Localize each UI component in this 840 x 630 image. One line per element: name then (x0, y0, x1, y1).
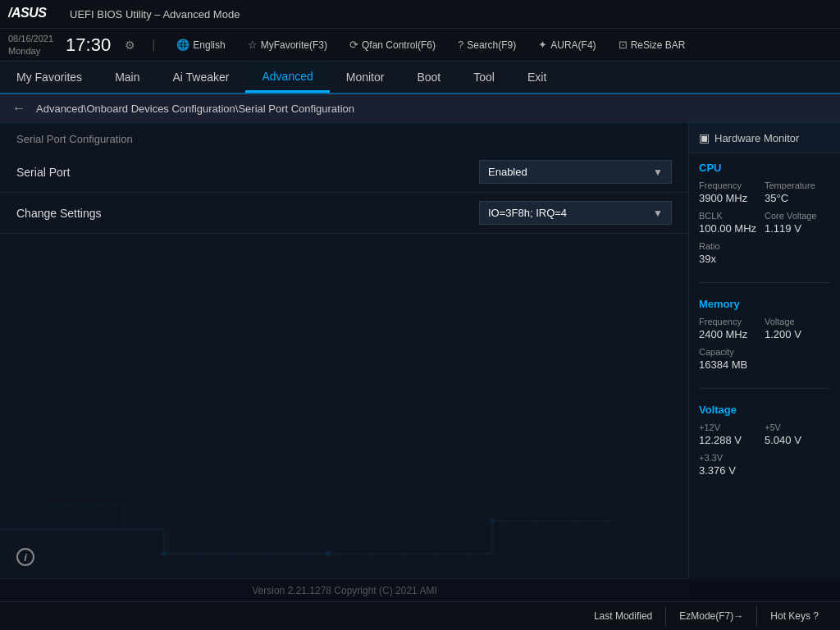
settings-icon[interactable]: ⚙ (125, 39, 135, 52)
change-settings-label: Change Settings (16, 207, 479, 220)
nav-monitor[interactable]: Monitor (330, 62, 401, 93)
svg-text:/ASUS: /ASUS (8, 6, 47, 20)
volt-33v-value: 3.376 V (699, 464, 830, 477)
serial-port-arrow: ▼ (653, 167, 663, 178)
nav-boot[interactable]: Boot (400, 62, 457, 93)
version-bar: Version 2.21.1278 Copyright (C) 2021 AMI (0, 578, 689, 601)
search-label: Search(F9) (467, 39, 516, 51)
change-settings-dropdown[interactable]: IO=3F8h; IRQ=4 ▼ (479, 201, 672, 225)
nav-advanced[interactable]: Advanced (245, 62, 329, 93)
divider-mem-volt (699, 388, 830, 389)
qfan-tool[interactable]: ⟳ Qfan Control(F6) (345, 37, 441, 52)
voltage-section: Voltage +12V 12.288 V +5V 5.040 V +3.3V … (689, 395, 840, 487)
serial-port-label: Serial Port (16, 166, 479, 179)
volt-12v-value: 12.288 V (699, 434, 765, 446)
cpu-ratio-value: 39x (699, 253, 830, 265)
nav-main[interactable]: Main (98, 62, 156, 93)
hot-keys-button[interactable]: Hot Keys ? (757, 606, 832, 626)
cpu-ratio-col: Ratio 39x (699, 241, 830, 265)
asus-logo-text: /ASUS (8, 4, 53, 25)
hw-monitor-label: Hardware Monitor (714, 132, 799, 144)
resize-bar-tool[interactable]: ⊡ ReSize BAR (614, 37, 691, 52)
left-panel: Serial Port Configuration Serial Port En… (0, 123, 688, 578)
volt-12v-label: +12V (699, 422, 765, 432)
mem-capacity-label: Capacity (699, 347, 830, 357)
volt-row-1: +12V 12.288 V +5V 5.040 V (699, 422, 830, 446)
mem-capacity-col: Capacity 16384 MB (699, 347, 830, 371)
cpu-row-2: BCLK 100.00 MHz Core Voltage 1.119 V (699, 211, 830, 235)
serial-port-dropdown[interactable]: Enabled ▼ (479, 160, 672, 184)
mem-freq-value: 2400 MHz (699, 328, 765, 340)
volt-5v-label: +5V (765, 422, 830, 432)
cpu-ratio-label: Ratio (699, 241, 830, 251)
mem-voltage-value: 1.200 V (765, 328, 830, 340)
cpu-temp-label: Temperature (765, 180, 830, 190)
monitor-icon: ▣ (699, 131, 710, 144)
qfan-label: Qfan Control(F6) (362, 39, 436, 51)
mem-freq-label: Frequency (699, 317, 765, 326)
volt-33v-label: +3.3V (699, 453, 830, 463)
search-icon: ? (458, 39, 463, 51)
back-button[interactable]: ← (12, 101, 25, 116)
cpu-core-voltage-value: 1.119 V (765, 222, 830, 235)
divider-cpu-mem (699, 282, 830, 283)
cpu-core-voltage-label: Core Voltage (765, 211, 830, 221)
voltage-section-title: Voltage (699, 404, 830, 416)
nav-ai-tweaker[interactable]: Ai Tweaker (156, 62, 245, 93)
datetime-bar: 08/16/2021 Monday 17:30 ⚙ | 🌐 English ☆ … (0, 29, 840, 62)
mem-freq-col: Frequency 2400 MHz (699, 317, 765, 340)
cpu-temp-value: 35°C (765, 192, 830, 204)
language-icon: 🌐 (176, 39, 189, 51)
cpu-freq-col: Frequency 3900 MHz (699, 180, 765, 204)
cpu-bclk-col: BCLK 100.00 MHz (699, 211, 765, 235)
cpu-voltage-col: Core Voltage 1.119 V (765, 211, 830, 235)
hardware-monitor-panel: ▣ Hardware Monitor CPU Frequency 3900 MH… (688, 123, 840, 578)
change-settings-row: Change Settings IO=3F8h; IRQ=4 ▼ (0, 193, 688, 234)
resize-icon: ⊡ (619, 39, 628, 51)
cpu-freq-label: Frequency (699, 180, 765, 190)
language-tool[interactable]: 🌐 English (171, 37, 230, 52)
aura-icon: ✦ (538, 39, 547, 51)
mem-voltage-label: Voltage (765, 317, 830, 326)
myfavorite-tool[interactable]: ☆ MyFavorite(F3) (243, 37, 332, 52)
cpu-section: CPU Frequency 3900 MHz Temperature 35°C … (689, 153, 840, 276)
cpu-row-1: Frequency 3900 MHz Temperature 35°C (699, 180, 830, 204)
search-tool[interactable]: ? Search(F9) (453, 37, 521, 52)
volt-5v-value: 5.040 V (765, 434, 830, 446)
time-display: 17:30 (66, 34, 111, 56)
mem-voltage-col: Voltage 1.200 V (765, 317, 830, 340)
last-modified-button[interactable]: Last Modified (581, 606, 666, 626)
nav-tool[interactable]: Tool (457, 62, 511, 93)
cpu-freq-value: 3900 MHz (699, 192, 765, 204)
cpu-bclk-label: BCLK (699, 211, 765, 221)
nav-my-favorites[interactable]: My Favorites (0, 62, 98, 93)
asus-logo: /ASUS (8, 4, 60, 25)
cpu-temp-col: Temperature 35°C (765, 180, 830, 204)
main-content: Serial Port Configuration Serial Port En… (0, 123, 840, 578)
version-text: Version 2.21.1278 Copyright (C) 2021 AMI (252, 585, 436, 596)
separator: | (152, 38, 155, 52)
hw-monitor-title: ▣ Hardware Monitor (689, 123, 840, 153)
qfan-icon: ⟳ (349, 39, 358, 51)
mem-capacity-value: 16384 MB (699, 358, 830, 371)
memory-section-title: Memory (699, 298, 830, 310)
language-label: English (193, 39, 225, 51)
memory-section: Memory Frequency 2400 MHz Voltage 1.200 … (689, 290, 840, 381)
date-value: 08/16/2021 (8, 33, 53, 44)
change-settings-value: IO=3F8h; IRQ=4 (488, 207, 567, 219)
myfavorite-icon: ☆ (248, 39, 258, 51)
section-title: Serial Port Configuration (0, 123, 688, 152)
content-spacer (0, 234, 688, 536)
info-icon: i (16, 548, 34, 566)
change-settings-arrow: ▼ (653, 208, 663, 219)
serial-port-value: Enabled (488, 166, 527, 178)
date-display: 08/16/2021 Monday (8, 33, 53, 57)
mem-row-1: Frequency 2400 MHz Voltage 1.200 V (699, 317, 830, 340)
volt-row-2: +3.3V 3.376 V (699, 453, 830, 477)
nav-exit[interactable]: Exit (511, 62, 563, 93)
ez-mode-button[interactable]: EzMode(F7)→ (666, 606, 757, 626)
volt-5v-col: +5V 5.040 V (765, 422, 830, 446)
breadcrumb-path: Advanced\Onboard Devices Configuration\S… (36, 103, 354, 115)
header-bar: /ASUS UEFI BIOS Utility – Advanced Mode (0, 0, 840, 29)
aura-tool[interactable]: ✦ AURA(F4) (533, 37, 600, 52)
